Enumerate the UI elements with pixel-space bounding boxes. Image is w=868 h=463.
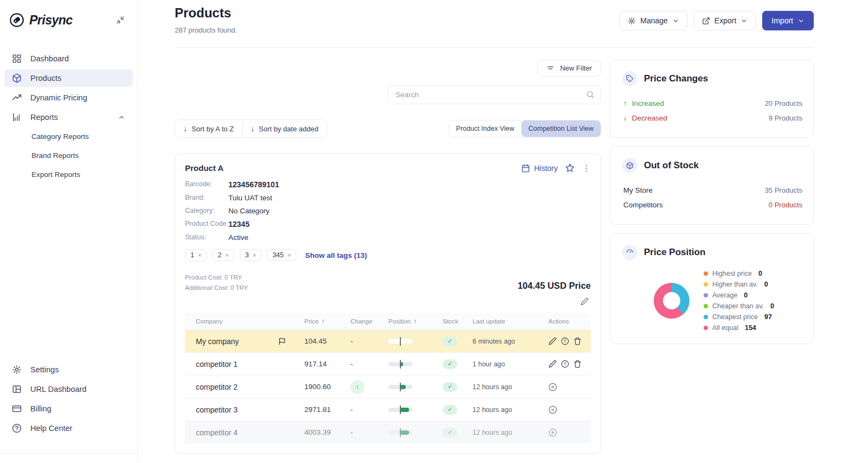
- filter-icon: [546, 64, 554, 72]
- stock-cell: ✓: [443, 428, 473, 437]
- pause-circle-icon[interactable]: [548, 405, 557, 414]
- last-update-cell: 12 hours ago: [473, 429, 548, 436]
- close-icon[interactable]: ×: [288, 252, 291, 258]
- pencil-icon[interactable]: [580, 297, 589, 306]
- sidebar-item-products[interactable]: Products: [4, 69, 133, 87]
- col-position[interactable]: Position ↑: [388, 318, 443, 325]
- legend-value: 97: [764, 313, 772, 321]
- legend-dot: [704, 293, 708, 297]
- sidebar-subitem-export-reports[interactable]: Export Reports: [0, 166, 137, 183]
- sidebar-subitem-brand-reports[interactable]: Brand Reports: [0, 147, 137, 164]
- flag-icon[interactable]: [278, 338, 286, 345]
- change-cell: ↑: [350, 380, 388, 394]
- sidebar-item-dynamic-pricing[interactable]: Dynamic Pricing: [4, 89, 133, 106]
- pencil-icon[interactable]: [548, 337, 557, 345]
- play-circle-icon[interactable]: [548, 428, 557, 437]
- stock-cell: ✓: [443, 382, 473, 392]
- sidebar-item-billing[interactable]: Billing: [4, 400, 133, 417]
- sidebar-item-help-center[interactable]: Help Center: [4, 420, 133, 437]
- export-button[interactable]: Export: [694, 11, 756, 30]
- field-value: Active: [228, 233, 248, 242]
- sort-a-to-z-label: Sort by A to Z: [192, 125, 234, 133]
- legend-value: 0: [744, 291, 748, 299]
- position-cell: [388, 430, 443, 435]
- trash-icon[interactable]: [573, 360, 582, 368]
- increased-label-group: ↑ Increased: [623, 99, 664, 107]
- header-divider: [175, 47, 814, 48]
- view-toggle: Product Index View Competition List View: [449, 120, 601, 137]
- history-button[interactable]: History: [521, 164, 558, 173]
- legend-item: Higher than av. 0: [704, 281, 774, 288]
- position-cell: [388, 339, 443, 344]
- external-link-icon: [702, 17, 710, 25]
- close-icon[interactable]: ×: [253, 252, 256, 258]
- donut-wrap: [654, 283, 690, 319]
- sidebar-collapse-icon[interactable]: [116, 15, 125, 25]
- last-update-cell: 6 minutes ago: [473, 338, 548, 345]
- competitors-row: Competitors 0 Products: [622, 198, 802, 212]
- field-label: Status:: [185, 233, 228, 242]
- star-icon[interactable]: [565, 163, 575, 173]
- position-indicator: [388, 408, 412, 412]
- legend-item: Cheaper than av. 0: [704, 302, 774, 310]
- company-cell: competitor 2: [196, 383, 304, 391]
- legend-dot: [704, 282, 708, 287]
- tag-label: 1: [190, 251, 194, 259]
- product-fields: Barcode: 123456789101 Brand: Tulu UAT te…: [185, 180, 591, 242]
- sidebar-subitem-category-reports[interactable]: Category Reports: [0, 128, 137, 145]
- content-area: New Filter ↓ Sort by A to: [175, 60, 814, 454]
- company-cell: competitor 3: [196, 405, 304, 414]
- sidebar-bottom-divider: [0, 453, 137, 463]
- legend-item: Cheapest price 97: [704, 313, 774, 321]
- tag-chip[interactable]: 3 ×: [240, 249, 261, 261]
- sidebar: Prisync Dashboard Products: [0, 0, 138, 463]
- trash-icon[interactable]: [573, 337, 582, 345]
- search-input[interactable]: [387, 85, 601, 104]
- import-button[interactable]: Import: [762, 11, 814, 30]
- sidebar-item-reports[interactable]: Reports: [4, 109, 133, 126]
- close-icon[interactable]: ×: [198, 252, 201, 258]
- pencil-icon[interactable]: [548, 360, 557, 368]
- col-price[interactable]: Price ↑: [304, 318, 350, 325]
- sort-by-date-button[interactable]: ↓ Sort by date added: [242, 120, 327, 137]
- actions-cell: [548, 337, 582, 345]
- position-indicator: [388, 362, 412, 366]
- close-icon[interactable]: ×: [225, 252, 228, 258]
- alert-circle-icon[interactable]: [561, 337, 569, 345]
- sort-by-date-label: Sort by date added: [259, 125, 318, 133]
- alert-circle-icon[interactable]: [561, 360, 569, 368]
- sidebar-item-label: Settings: [30, 365, 59, 374]
- tag-chip[interactable]: 2 ×: [212, 249, 234, 261]
- pause-circle-icon[interactable]: [548, 383, 557, 391]
- legend-dot: [704, 304, 708, 308]
- show-all-tags-link[interactable]: Show all tags (13): [305, 251, 367, 259]
- kebab-menu-icon[interactable]: ⋮: [582, 164, 591, 173]
- price-position-body: Highest price 0 Higher than av. 0 Averag…: [622, 270, 802, 332]
- calendar-icon: [521, 164, 530, 173]
- summary-column: Price Changes ↑ Increased 20 Products ↓ …: [610, 60, 814, 454]
- change-cell: -: [350, 428, 388, 436]
- tab-competition-list-view[interactable]: Competition List View: [521, 120, 601, 137]
- arrow-up-icon: ↑: [356, 383, 360, 391]
- field-value: No Category: [228, 207, 270, 215]
- tag-chip[interactable]: 1 ×: [185, 249, 207, 261]
- manage-label: Manage: [640, 16, 668, 25]
- col-company[interactable]: Company: [196, 318, 304, 325]
- product-card-header: Product A History: [185, 163, 591, 173]
- stock-cell: ✓: [443, 337, 473, 346]
- sidebar-item-settings[interactable]: Settings: [4, 361, 133, 378]
- col-change[interactable]: Change: [350, 318, 388, 325]
- table-row-competitor-1: competitor 1 917.14 - ✓ 1 hour ago: [185, 352, 591, 375]
- tab-product-index-view[interactable]: Product Index View: [449, 120, 521, 137]
- chevron-up-icon[interactable]: [118, 113, 125, 121]
- sort-a-to-z-button[interactable]: ↓ Sort by A to Z: [175, 120, 242, 137]
- sidebar-item-dashboard[interactable]: Dashboard: [4, 50, 133, 67]
- manage-button[interactable]: Manage: [620, 11, 687, 30]
- new-filter-button[interactable]: New Filter: [537, 60, 601, 77]
- gauge-icon: [622, 245, 637, 260]
- col-stock: Stock: [443, 318, 473, 325]
- in-stock-badge: ✓: [443, 428, 457, 437]
- sidebar-item-url-dashboard[interactable]: URL Dashboard: [4, 380, 133, 398]
- edit-price-row: [185, 297, 591, 306]
- tag-chip[interactable]: 345 ×: [267, 249, 296, 261]
